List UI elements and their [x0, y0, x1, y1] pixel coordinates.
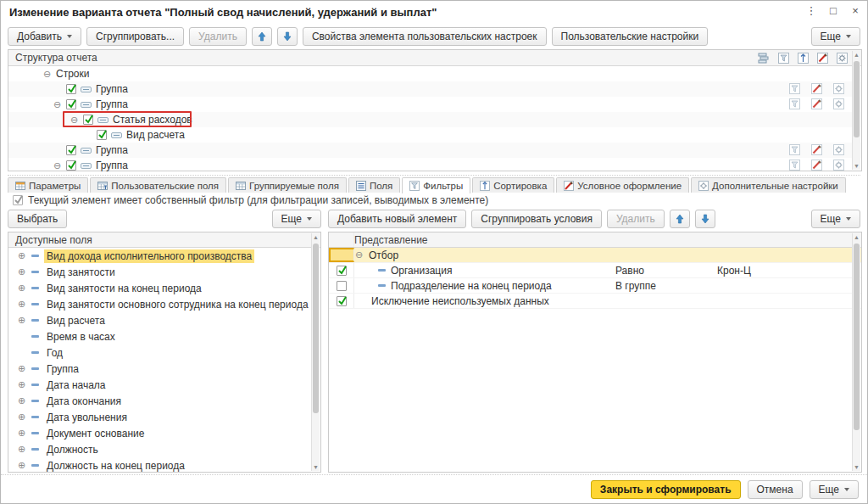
structure-sort-icon[interactable]	[797, 52, 809, 64]
condition-checkbox[interactable]	[337, 266, 347, 276]
scroll-up-icon[interactable]: ▲	[312, 233, 320, 241]
condition-checkbox[interactable]	[337, 296, 347, 306]
tree-row-group-1[interactable]: Группа	[8, 81, 861, 97]
tree-row-rows[interactable]: ⊖ Строки	[8, 66, 861, 81]
condition-row-organization[interactable]: Организация Равно Крон-Ц	[329, 263, 861, 278]
user-settings-props-button[interactable]: Свойства элемента пользовательских настр…	[303, 27, 547, 46]
tab-parameters[interactable]: Параметры	[8, 177, 88, 193]
cancel-button[interactable]: Отмена	[748, 480, 803, 499]
structure-scrollbar[interactable]: ▲ ▼	[852, 51, 860, 170]
tab-custom-fields[interactable]: Пользовательские поля	[90, 177, 226, 193]
row-filter-icon[interactable]	[788, 159, 800, 171]
structure-layers-icon[interactable]	[758, 52, 770, 64]
field-list-item[interactable]: ⊕Группа	[8, 361, 320, 377]
select-button[interactable]: Выбрать	[8, 210, 67, 228]
condition-value[interactable]: Крон-Ц	[717, 265, 751, 277]
close-icon[interactable]: ×	[849, 4, 862, 17]
collapse-icon[interactable]: ⊖	[70, 115, 79, 125]
expand-icon[interactable]: ⊕	[17, 316, 26, 325]
move-up-button[interactable]	[252, 27, 272, 46]
row-settings-icon[interactable]	[832, 98, 844, 109]
collapse-icon[interactable]: ⊖	[42, 70, 52, 79]
structure-conditional-format-icon[interactable]	[816, 52, 828, 64]
field-list-item[interactable]: ⊕Вид расчета	[8, 312, 320, 328]
tab-grouping-fields[interactable]: Группируемые поля	[228, 177, 347, 193]
window-menu-icon[interactable]: ⋮	[804, 4, 818, 17]
expand-icon[interactable]: ⊕	[17, 300, 26, 309]
field-list-item[interactable]: Время в часах	[8, 328, 320, 344]
expand-icon[interactable]: ⊕	[17, 412, 26, 422]
field-list-item[interactable]: ⊕Должность	[8, 441, 320, 457]
tree-row-calc-kind[interactable]: Вид расчета	[8, 127, 861, 143]
field-list-item[interactable]: ⊕Дата увольнения	[8, 409, 320, 425]
tab-additional-settings[interactable]: Дополнительные настройки	[691, 177, 846, 193]
expand-icon[interactable]: ⊕	[17, 267, 26, 277]
group-button[interactable]: Сгруппировать...	[86, 27, 184, 46]
structure-settings-icon[interactable]	[836, 52, 848, 64]
condition-checkbox[interactable]	[337, 281, 347, 291]
available-fields-scrollbar[interactable]: ▲ ▼	[311, 233, 320, 471]
delete-condition-button[interactable]: Удалить	[607, 210, 665, 228]
row-checkbox[interactable]	[66, 99, 76, 109]
scroll-up-icon[interactable]: ▲	[853, 51, 860, 59]
condition-move-up-button[interactable]	[670, 210, 690, 228]
expand-icon[interactable]: ⊕	[17, 380, 26, 389]
field-list-item[interactable]: Год	[8, 344, 320, 361]
condition-group-row[interactable]: ⊖Отбор	[329, 248, 861, 263]
footer-more-button[interactable]: Еще	[810, 480, 859, 499]
row-settings-icon[interactable]	[832, 143, 844, 155]
row-conditional-format-icon[interactable]	[810, 98, 822, 109]
user-settings-button[interactable]: Пользовательские настройки	[552, 27, 709, 46]
expand-icon[interactable]: ⊕	[17, 396, 26, 406]
row-settings-icon[interactable]	[832, 159, 844, 171]
selected-cell[interactable]	[329, 248, 354, 262]
structure-filter-icon[interactable]	[777, 52, 789, 64]
expand-icon[interactable]: ⊕	[17, 364, 26, 373]
maximize-icon[interactable]: □	[826, 4, 840, 17]
row-conditional-format-icon[interactable]	[810, 143, 822, 155]
collapse-icon[interactable]: ⊖	[354, 250, 364, 260]
field-list-item[interactable]: ⊕Документ основание	[8, 425, 320, 441]
field-list-item[interactable]: ⊕Должность на конец периода	[8, 457, 320, 473]
tree-row-expense-item[interactable]: ⊖ Статья расходов	[8, 112, 861, 127]
tab-conditional-formatting[interactable]: Условное оформление	[556, 177, 689, 193]
scroll-down-icon[interactable]: ▼	[312, 463, 320, 471]
expand-icon[interactable]: ⊕	[17, 251, 26, 260]
conditions-more-button[interactable]: Еще	[811, 210, 860, 228]
collapse-icon[interactable]: ⊖	[53, 161, 62, 171]
row-filter-icon[interactable]	[788, 82, 800, 94]
delete-button[interactable]: Удалить	[189, 27, 247, 46]
condition-row-department[interactable]: Подразделение на конец периода В группе	[329, 278, 861, 294]
row-conditional-format-icon[interactable]	[810, 82, 822, 94]
tab-sorting[interactable]: Сортировка	[472, 177, 554, 193]
scroll-down-icon[interactable]: ▼	[853, 463, 860, 471]
condition-operator[interactable]: Равно	[615, 265, 644, 277]
row-checkbox[interactable]	[83, 115, 93, 125]
collapse-icon[interactable]: ⊖	[53, 100, 62, 109]
row-checkbox[interactable]	[66, 84, 76, 94]
expand-icon[interactable]: ⊕	[17, 461, 26, 470]
row-filter-icon[interactable]	[788, 143, 800, 155]
tab-filters[interactable]: Фильтры	[402, 177, 470, 193]
field-list-item[interactable]: ⊕Вид занятости	[8, 264, 320, 280]
close-and-generate-button[interactable]: Закрыть и сформировать	[591, 480, 741, 499]
row-checkbox[interactable]	[66, 160, 76, 171]
add-new-element-button[interactable]: Добавить новый элемент	[328, 210, 466, 228]
available-fields-more-button[interactable]: Еще	[272, 210, 321, 228]
tree-row-group-4[interactable]: ⊖ Группа	[8, 158, 861, 173]
toolbar-more-button[interactable]: Еще	[811, 27, 860, 46]
expand-icon[interactable]: ⊕	[17, 445, 26, 454]
scroll-down-icon[interactable]: ▼	[853, 162, 860, 170]
conditions-scrollbar[interactable]: ▲ ▼	[852, 233, 860, 471]
field-list-item[interactable]: ⊕Дата начала	[8, 377, 320, 393]
condition-operator[interactable]: В группе	[615, 280, 656, 292]
tree-row-group-3[interactable]: Группа	[8, 143, 861, 158]
expand-icon[interactable]: ⊕	[17, 428, 26, 438]
condition-row-exclude-unused[interactable]: Исключение неиспользуемых данных	[329, 294, 861, 309]
field-list-item[interactable]: ⊕Вид занятости основного сотрудника на к…	[8, 296, 320, 312]
field-list-item[interactable]: ⊕Вид занятости на конец периода	[8, 280, 320, 296]
row-filter-icon[interactable]	[788, 98, 800, 109]
row-conditional-format-icon[interactable]	[810, 159, 822, 171]
tab-fields[interactable]: Поля	[348, 177, 400, 193]
row-settings-icon[interactable]	[832, 82, 844, 94]
